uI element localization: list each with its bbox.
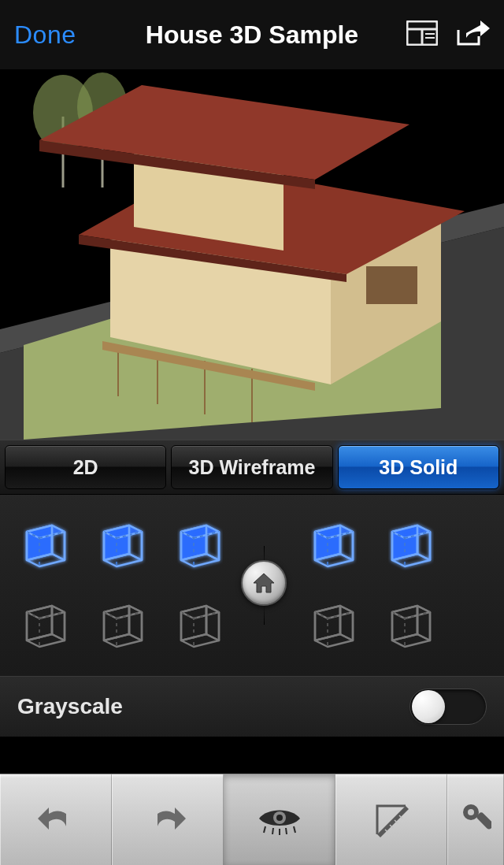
tab-3d-solid[interactable]: 3D Solid [338, 445, 499, 489]
svg-marker-70 [181, 634, 219, 647]
view-cube-iso-nw[interactable] [376, 509, 439, 577]
ruler-icon [371, 800, 412, 841]
svg-line-112 [294, 826, 295, 833]
iso-views-grid [299, 509, 439, 657]
tab-3d-wireframe[interactable]: 3D Wireframe [171, 445, 332, 489]
ortho-views-grid [11, 509, 228, 657]
view-cube-bottom-front[interactable] [88, 589, 151, 657]
view-cube-bottom-se[interactable] [165, 589, 228, 657]
home-icon [252, 572, 276, 594]
view-cube-iso-ne[interactable] [299, 509, 362, 577]
svg-marker-62 [104, 634, 142, 647]
layers-icon[interactable] [406, 20, 438, 49]
page-title: House 3D Sample [146, 20, 358, 50]
view-orientation-panel [0, 495, 504, 676]
view-cube-top-front[interactable] [88, 509, 151, 577]
redo-icon [146, 804, 189, 836]
model-viewport[interactable] [0, 69, 504, 440]
view-cube-top-se[interactable] [165, 509, 228, 577]
redo-button[interactable] [112, 774, 224, 865]
view-cube-bottom-sw[interactable] [11, 589, 74, 657]
svg-point-118 [468, 809, 474, 815]
wrench-icon [460, 801, 491, 839]
view-cube-iso-sw[interactable] [376, 589, 439, 657]
done-button[interactable]: Done [14, 20, 76, 50]
svg-marker-102 [392, 634, 430, 647]
toggle-knob [412, 690, 445, 723]
home-view-button[interactable] [241, 560, 287, 606]
bottom-toolbar [0, 774, 504, 865]
share-icon[interactable] [455, 19, 490, 50]
view-cube-top-sw[interactable] [11, 509, 74, 577]
svg-rect-15 [366, 266, 417, 304]
visibility-button[interactable] [224, 774, 335, 865]
measure-button[interactable] [335, 774, 447, 865]
svg-point-107 [276, 815, 283, 821]
more-tools-button[interactable] [447, 774, 504, 865]
view-mode-tabs: 2D 3D Wireframe 3D Solid [0, 440, 504, 495]
eye-icon [254, 803, 305, 837]
top-actions [406, 19, 490, 50]
svg-marker-94 [315, 634, 353, 647]
grayscale-toggle[interactable] [410, 689, 487, 725]
view-cube-iso-se[interactable] [299, 589, 362, 657]
svg-marker-54 [27, 634, 65, 647]
svg-line-111 [286, 828, 287, 834]
undo-button[interactable] [0, 774, 112, 865]
undo-icon [35, 804, 77, 836]
top-bar: Done House 3D Sample [0, 0, 504, 69]
svg-line-109 [272, 828, 273, 834]
svg-line-108 [264, 826, 265, 833]
grayscale-label: Grayscale [17, 694, 123, 719]
tab-2d[interactable]: 2D [5, 445, 166, 489]
grayscale-row: Grayscale [0, 676, 504, 737]
